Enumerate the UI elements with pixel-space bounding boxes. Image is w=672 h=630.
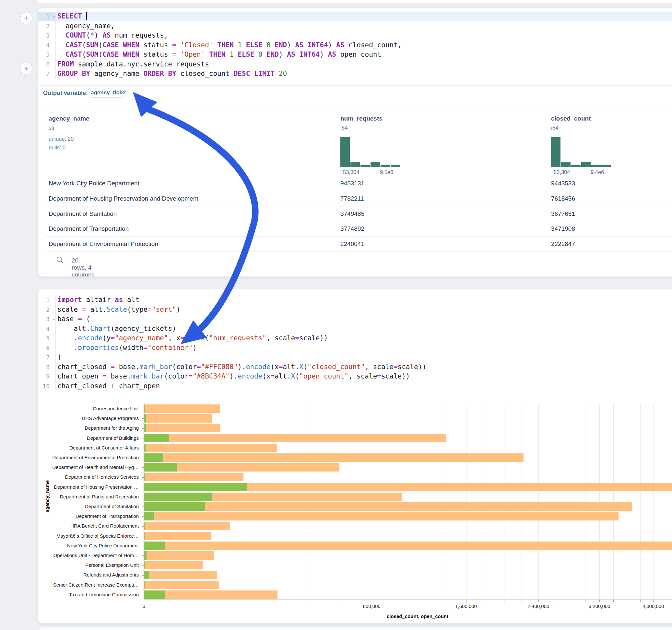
code-line-3[interactable]: 3⌄base = (: [38, 314, 672, 324]
bar-closed-count: [144, 414, 212, 422]
column-header-num_requests[interactable]: num_requests: [340, 115, 383, 122]
output-variable-input[interactable]: agency_tickets: [87, 88, 126, 98]
code-line-8[interactable]: 8chart_closed = base.mark_bar(color="#FF…: [38, 362, 672, 372]
code-token: alt.: [283, 363, 299, 371]
code-line-6[interactable]: 6 .properties(width="container"): [38, 343, 672, 353]
code-token: [176, 41, 181, 49]
code-token: (width: [119, 344, 144, 352]
table-cell: 9453131: [340, 176, 364, 191]
gridline: [538, 404, 539, 600]
code-token: DESC: [234, 70, 250, 77]
bar-open-count: [144, 502, 205, 511]
table-row[interactable]: Department of Housing Preservation and D…: [46, 191, 672, 207]
code-line-2[interactable]: 2scale = alt.Scale(type="sqrt"): [38, 305, 672, 315]
bar-closed-count: [144, 522, 230, 530]
row-column-count: 20 rows, 4 columns: [72, 257, 95, 277]
code-token: GROUP BY: [57, 70, 90, 77]
code-token: alt.: [86, 306, 107, 313]
line-number: 8: [46, 362, 50, 372]
code-line-2[interactable]: 2 agency_name,: [38, 21, 672, 31]
category-label: Department of Homeless Services: [65, 472, 139, 482]
table-cell: 9443533: [551, 176, 575, 191]
histogram-max-label: 9.5e6: [380, 169, 393, 175]
code-line-4[interactable]: 4 CAST(SUM(CASE WHEN status = 'Closed' T…: [38, 41, 672, 50]
code-line-1[interactable]: 1import altair as alt: [38, 295, 672, 305]
chart-x-axis-line: [144, 600, 672, 600]
category-label: Department for the Aging: [85, 423, 139, 433]
code-line-7[interactable]: 7GROUP BY agency_name ORDER BY closed_co…: [38, 69, 672, 79]
table-row[interactable]: Department of Sanitation37494853677651: [46, 206, 672, 222]
x-tick: [504, 600, 504, 602]
column-header-closed_count[interactable]: closed_count: [551, 115, 591, 122]
fold-chevron-icon[interactable]: ⌄: [52, 11, 55, 21]
line-number: 6: [46, 59, 50, 69]
x-tick-label: 4,000,000: [643, 603, 664, 609]
code-line-5[interactable]: 5 CAST(SUM(CASE WHEN status = 'Open' THE…: [38, 50, 672, 59]
table-row[interactable]: Department of Environmental Protection22…: [46, 236, 672, 251]
bar-open-count: [144, 463, 177, 471]
line-number: 5: [46, 334, 50, 343]
y-tick: [142, 497, 144, 497]
fold-chevron-icon[interactable]: ⌄: [52, 314, 55, 323]
code-token: scale)): [381, 372, 410, 380]
add-block-button-top[interactable]: +: [20, 12, 32, 24]
x-tick-label: 800,000: [363, 603, 380, 609]
category-label: Department of Sanitation: [85, 502, 139, 511]
add-block-button-output[interactable]: +: [20, 63, 32, 75]
table-cell: 7782211: [340, 191, 364, 206]
category-label: Department of Health and Mental Hyg…: [52, 462, 139, 472]
code-token: chart_closed: [57, 363, 111, 371]
code-token: scale)): [398, 363, 427, 371]
code-token: open_count: [336, 51, 381, 58]
category-label: Department of Buildings: [87, 433, 139, 443]
bar-open-count: [144, 434, 169, 442]
code-token: base: [57, 315, 78, 323]
code-token: as: [115, 296, 123, 304]
code-token: agency_name,: [57, 22, 115, 30]
code-token: [254, 51, 258, 58]
code-line-9[interactable]: 9chart_open = base.mark_bar(color="#8BC3…: [38, 372, 672, 382]
code-line-10[interactable]: 10chart_closed + chart_open: [38, 382, 672, 391]
notebook-page: { "colors": { "closed_bar": "#FFC080", "…: [0, 0, 672, 630]
bar-closed-count: [144, 561, 203, 570]
gridline: [522, 404, 522, 600]
sql-code-editor[interactable]: 1⌄SELECT 2 agency_name,3 COUNT(*) AS num…: [38, 12, 672, 79]
code-token: closed_count: [176, 70, 234, 77]
code-token: =: [78, 315, 82, 323]
code-line-4[interactable]: 4 alt.Chart(agency_tickets): [38, 324, 672, 334]
code-line-1[interactable]: 1⌄SELECT: [38, 12, 672, 21]
code-token: "open_count": [299, 372, 349, 380]
code-token: +: [111, 382, 115, 390]
code-line-7[interactable]: 7): [38, 353, 672, 362]
column-header-agency_name[interactable]: agency_name: [49, 115, 90, 122]
code-token: base.: [107, 372, 131, 380]
table-row[interactable]: New York City Police Department945313194…: [46, 176, 672, 191]
code-token: .: [57, 344, 78, 352]
line-number: 2: [46, 305, 50, 315]
code-line-5[interactable]: 5 .encode(y="agency_name", x=alt.X("num_…: [38, 334, 672, 343]
code-token: AS: [336, 41, 344, 49]
y-tick: [142, 409, 144, 409]
table-row[interactable]: Department of Transportation377489234719…: [46, 221, 672, 237]
code-token: THEN: [217, 41, 234, 49]
code-token: closed_count,: [344, 41, 402, 49]
python-code-editor[interactable]: 1import altair as alt2scale = alt.Scale(…: [38, 295, 672, 391]
code-token: properties: [78, 344, 119, 352]
code-line-6[interactable]: 6FROM sample_data.nyc.service_requests: [38, 59, 672, 69]
category-label: New York City Police Department: [67, 541, 139, 551]
gridline: [613, 404, 614, 600]
code-token: scale)): [299, 334, 328, 342]
code-token: , scale: [266, 334, 295, 342]
histogram-bar: [591, 165, 601, 167]
search-icon[interactable]: [56, 256, 64, 264]
chart-y-axis-line: [144, 404, 144, 600]
code-line-3[interactable]: 3 COUNT(*) AS num_requests,: [38, 31, 672, 41]
y-tick: [142, 575, 144, 576]
bar-closed-count: [144, 512, 619, 520]
y-tick: [142, 487, 144, 487]
code-token: (: [86, 31, 91, 39]
x-tick: [144, 600, 144, 602]
y-tick: [142, 595, 144, 595]
code-token: COUNT: [66, 31, 86, 39]
column-type: i64: [340, 125, 348, 131]
